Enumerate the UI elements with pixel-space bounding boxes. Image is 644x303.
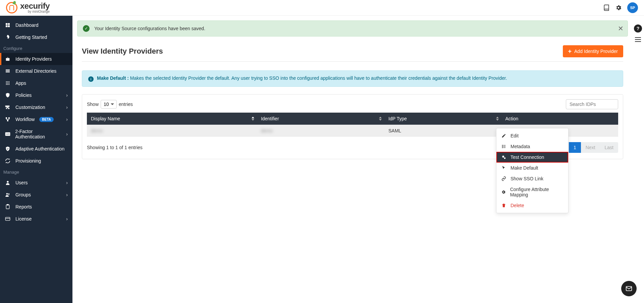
trash-icon [501, 203, 506, 208]
action-dropdown: Edit Metadata Test Connection Make Defau… [496, 128, 569, 213]
col-display-name[interactable]: Display Name [87, 113, 257, 125]
show-label-post: entries [119, 102, 133, 107]
sidebar-item-reports[interactable]: Reports [0, 201, 72, 213]
sidebar-item-label: Policies [15, 93, 32, 98]
gear-icon[interactable] [615, 4, 622, 11]
col-idp-type[interactable]: IdP Type [384, 113, 501, 125]
sidebar-item-provisioning[interactable]: Provisioning [0, 155, 72, 167]
svg-rect-25 [7, 204, 8, 205]
svg-rect-32 [502, 147, 503, 148]
table-card: Show 10 entries Disp [82, 94, 623, 159]
svg-point-35 [504, 158, 506, 159]
cell-display-name: demo [91, 128, 103, 133]
dropdown-item-attribute-mapping[interactable]: Configure Attribute Mapping [496, 184, 568, 200]
sidebar-item-workflow[interactable]: Workflow BETA › [0, 113, 72, 125]
chevron-right-icon: › [66, 93, 68, 98]
sidebar-item-label: Groups [15, 192, 31, 197]
edit-icon [501, 133, 506, 138]
sidebar-item-identity-providers[interactable]: Identity Providers [0, 53, 72, 65]
page-current[interactable]: 1 [569, 142, 581, 153]
close-icon[interactable]: ✕ [618, 24, 624, 33]
dropdown-item-make-default[interactable]: Make Default [496, 163, 568, 173]
svg-point-15 [9, 84, 10, 85]
svg-rect-16 [6, 117, 7, 119]
chevron-right-icon: › [66, 117, 68, 122]
plus-icon: + [568, 48, 572, 54]
svg-point-34 [502, 156, 504, 158]
dropdown-item-show-sso-link[interactable]: Show SSO Link [496, 173, 568, 184]
info-lead: Make Default : [97, 75, 129, 81]
sidebar-section-configure: Configure [0, 43, 72, 53]
chat-fab[interactable] [621, 281, 637, 296]
clipboard-icon [5, 204, 11, 209]
page-next[interactable]: Next [581, 142, 600, 153]
beta-badge: BETA [39, 117, 53, 122]
svg-point-22 [6, 193, 8, 195]
cursor-icon [501, 166, 506, 170]
sidebar-item-label: 2-Factor Authentication [15, 129, 61, 139]
sidebar-item-label: External Directories [15, 68, 56, 74]
show-label-pre: Show [87, 102, 99, 107]
svg-point-13 [6, 84, 7, 85]
svg-point-8 [7, 81, 8, 82]
page-title: View Identity Providers [82, 47, 163, 56]
col-action: Action [501, 113, 619, 125]
svg-rect-6 [6, 72, 10, 72]
add-button-label: Add Identity Provider [574, 49, 618, 54]
svg-point-10 [6, 83, 7, 84]
svg-rect-30 [502, 146, 503, 147]
sidebar-item-external-directories[interactable]: External Directories [0, 65, 72, 77]
show-entries-control: Show 10 entries [87, 100, 133, 109]
svg-point-14 [7, 84, 8, 85]
sidebar-item-adaptive-auth[interactable]: Adaptive Authentication [0, 143, 72, 155]
sidebar-item-groups[interactable]: Groups › [0, 189, 72, 201]
brand-logo[interactable]: xecurify by miniOrange [6, 2, 50, 13]
book-icon[interactable] [603, 4, 610, 11]
sidebar-item-label: Provisioning [15, 158, 41, 164]
dropdown-item-edit[interactable]: Edit [496, 130, 568, 141]
chevron-right-icon: › [66, 131, 68, 137]
sidebar-item-2fa[interactable]: 123 2-Factor Authentication › [0, 125, 72, 143]
chevron-right-icon: › [66, 192, 68, 197]
svg-rect-26 [5, 217, 10, 220]
col-identifier[interactable]: Identifier [257, 113, 384, 125]
sidebar-item-label: Users [15, 180, 28, 185]
sidebar-item-label: Identity Providers [15, 56, 52, 62]
sidebar-item-label: License [15, 216, 32, 222]
help-icon[interactable]: ? [634, 24, 642, 33]
sidebar-item-policies[interactable]: Policies › [0, 89, 72, 101]
sidebar-item-dashboard[interactable]: Dashboard [0, 19, 72, 31]
rocket-icon [5, 35, 11, 40]
dropdown-item-metadata[interactable]: Metadata [496, 141, 568, 152]
sidebar-item-getting-started[interactable]: Getting Started [0, 31, 72, 43]
page-last[interactable]: Last [600, 142, 618, 153]
main-content: ✓ Your Identity Source configurations ha… [72, 16, 632, 303]
shield-icon [5, 93, 11, 98]
svg-point-12 [9, 83, 10, 84]
dropdown-item-test-connection[interactable]: Test Connection [496, 152, 568, 163]
dashboard-icon [5, 22, 11, 28]
brand-sub: by miniOrange [20, 10, 50, 13]
list-icon [5, 68, 11, 74]
table-footer-info: Showing 1 to 1 of 1 entries [87, 145, 143, 150]
svg-rect-18 [7, 120, 8, 121]
sidebar-item-label: Adaptive Authentication [15, 146, 64, 152]
brand-mark-icon [6, 2, 17, 13]
svg-rect-5 [6, 71, 10, 71]
sidebar-item-apps[interactable]: Apps [0, 77, 72, 89]
entries-select[interactable]: 10 [101, 100, 117, 109]
info-panel: i Make Default : Makes the selected Iden… [82, 70, 623, 87]
dropdown-item-delete[interactable]: Delete [496, 200, 568, 211]
sidebar-item-customization[interactable]: Customization › [0, 101, 72, 113]
search-input[interactable] [566, 99, 618, 109]
card-icon [5, 216, 11, 222]
sidebar-item-license[interactable]: License › [0, 213, 72, 225]
sidebar-item-users[interactable]: Users › [0, 177, 72, 189]
pin-icon: 123 [5, 132, 10, 136]
menu-icon[interactable] [635, 37, 641, 42]
user-icon [5, 180, 11, 185]
workflow-icon [5, 117, 11, 122]
puzzle-icon [5, 105, 11, 110]
avatar[interactable]: SP [627, 2, 638, 13]
add-identity-provider-button[interactable]: + Add Identity Provider [563, 45, 623, 57]
